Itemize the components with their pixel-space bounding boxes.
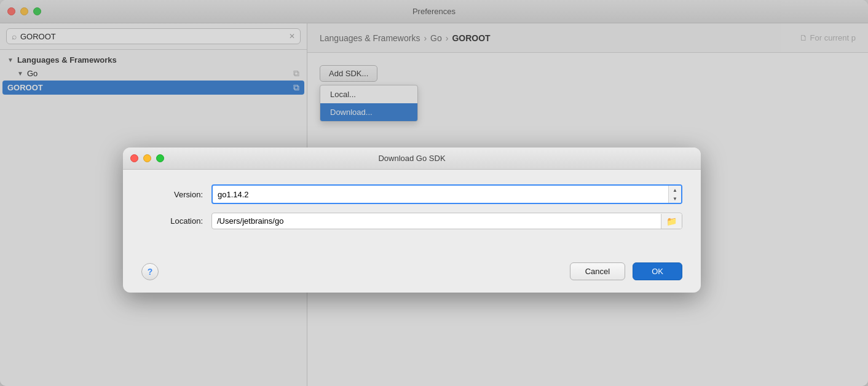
dialog-content: Version: ▲ ▼ Location: 📁 <box>123 170 701 253</box>
help-button[interactable]: ? <box>141 263 159 280</box>
version-input-wrapper: ▲ ▼ <box>211 184 682 204</box>
version-label: Version: <box>141 190 203 199</box>
stepper-up[interactable]: ▲ <box>669 186 681 194</box>
footer-buttons: Cancel OK <box>570 262 682 280</box>
dialog-traffic-lights <box>130 154 164 162</box>
stepper-down[interactable]: ▼ <box>669 194 681 203</box>
dialog-close-button[interactable] <box>130 154 138 162</box>
dialog-title-bar: Download Go SDK <box>123 148 701 170</box>
dialog-title: Download Go SDK <box>378 154 445 163</box>
download-sdk-dialog: Download Go SDK Version: ▲ ▼ Location: 📁… <box>123 148 701 293</box>
folder-browse-button[interactable]: 📁 <box>661 214 682 229</box>
ok-button[interactable]: OK <box>633 262 682 280</box>
location-row: Location: 📁 <box>141 213 682 229</box>
location-input-wrapper: 📁 <box>211 213 682 229</box>
location-input[interactable] <box>212 213 661 229</box>
dialog-minimize-button[interactable] <box>143 154 151 162</box>
cancel-button[interactable]: Cancel <box>570 262 625 280</box>
version-input[interactable] <box>213 187 668 202</box>
version-row: Version: ▲ ▼ <box>141 184 682 204</box>
dialog-footer: ? Cancel OK <box>123 253 701 293</box>
location-label: Location: <box>141 216 203 226</box>
dialog-maximize-button[interactable] <box>156 154 164 162</box>
version-stepper: ▲ ▼ <box>668 186 681 203</box>
